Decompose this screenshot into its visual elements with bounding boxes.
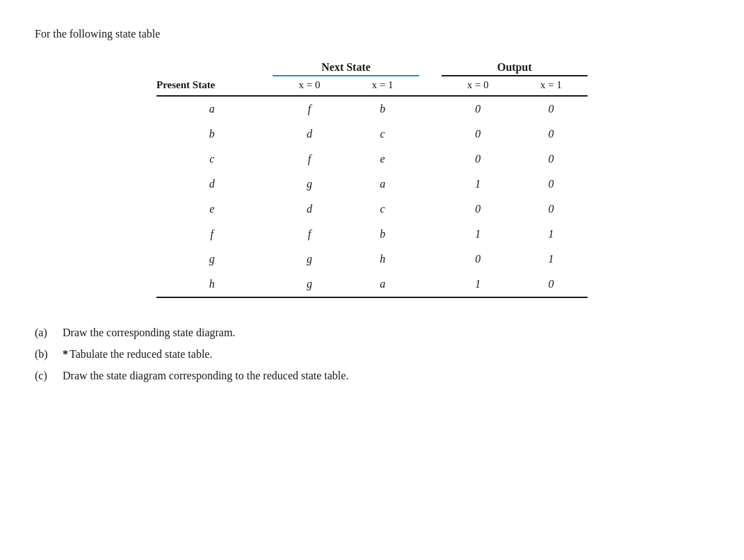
subheader-x0: x = 0: [273, 76, 346, 96]
ns1-e: c: [346, 197, 419, 222]
out0-f: 1: [442, 222, 515, 247]
output-header: Output: [442, 61, 588, 76]
table-row: b d c 0 0: [156, 122, 588, 147]
gap-d: [419, 172, 442, 197]
gap-g: [419, 247, 442, 272]
spacer-cell: [156, 61, 273, 76]
ns0-f: f: [273, 222, 346, 247]
ns0-g: g: [273, 247, 346, 272]
question-a-label: (a): [35, 323, 63, 343]
out0-g: 0: [442, 247, 515, 272]
ns1-b: c: [346, 122, 419, 147]
subheader-ox1: x = 1: [515, 76, 588, 96]
gap-c: [419, 147, 442, 172]
ns1-g: h: [346, 247, 419, 272]
table-row: f f b 1 1: [156, 222, 588, 247]
subheader-row: Present State x = 0 x = 1 x = 0 x = 1: [156, 76, 588, 96]
out1-c: 0: [515, 147, 588, 172]
gap-subheader: [419, 76, 442, 96]
gap-b: [419, 122, 442, 147]
out1-a: 0: [515, 96, 588, 122]
gap-cell: [419, 61, 442, 76]
table-row: e d c 0 0: [156, 197, 588, 222]
ns0-h: g: [273, 272, 346, 297]
ns0-c: f: [273, 147, 346, 172]
table-row: g g h 0 1: [156, 247, 588, 272]
question-c: (c) Draw the state diagram corresponding…: [35, 366, 709, 386]
question-b-label: (b): [35, 345, 63, 365]
next-state-header: Next State: [273, 61, 419, 76]
ns1-a: b: [346, 96, 419, 122]
out0-a: 0: [442, 96, 515, 122]
state-f: f: [156, 222, 273, 247]
ns0-a: f: [273, 96, 346, 122]
out0-c: 0: [442, 147, 515, 172]
present-state-label: Present State: [156, 76, 273, 96]
question-c-label: (c): [35, 366, 63, 386]
state-a: a: [156, 96, 273, 122]
state-e: e: [156, 197, 273, 222]
table-row: c f e 0 0: [156, 147, 588, 172]
ns0-e: d: [273, 197, 346, 222]
subheader-ox0: x = 0: [442, 76, 515, 96]
out0-h: 1: [442, 272, 515, 297]
question-c-text: Draw the state diagram corresponding to …: [63, 366, 348, 386]
out1-d: 0: [515, 172, 588, 197]
table-row: a f b 0 0: [156, 96, 588, 122]
state-g: g: [156, 247, 273, 272]
question-b-text: Tabulate the reduced state table.: [70, 345, 212, 365]
ns0-d: g: [273, 172, 346, 197]
table-container: Next State Output Present State x = 0 x …: [35, 61, 709, 298]
state-b: b: [156, 122, 273, 147]
table-row: h g a 1 0: [156, 272, 588, 297]
ns0-b: d: [273, 122, 346, 147]
group-header-row: Next State Output: [156, 61, 588, 76]
out0-d: 1: [442, 172, 515, 197]
gap-f: [419, 222, 442, 247]
gap-a: [419, 96, 442, 122]
out1-h: 0: [515, 272, 588, 297]
ns1-f: b: [346, 222, 419, 247]
question-a: (a) Draw the corresponding state diagram…: [35, 323, 709, 343]
out1-b: 0: [515, 122, 588, 147]
subheader-x1: x = 1: [346, 76, 419, 96]
ns1-c: e: [346, 147, 419, 172]
out1-e: 0: [515, 197, 588, 222]
questions-section: (a) Draw the corresponding state diagram…: [35, 323, 709, 386]
state-table: Next State Output Present State x = 0 x …: [156, 61, 588, 298]
state-d: d: [156, 172, 273, 197]
question-b: (b) * Tabulate the reduced state table.: [35, 345, 709, 365]
table-row: d g a 1 0: [156, 172, 588, 197]
gap-h: [419, 272, 442, 297]
out1-f: 1: [515, 222, 588, 247]
question-b-star: *: [63, 345, 68, 365]
state-h: h: [156, 272, 273, 297]
intro-text: For the following state table: [35, 28, 709, 40]
gap-e: [419, 197, 442, 222]
ns1-d: a: [346, 172, 419, 197]
out0-e: 0: [442, 197, 515, 222]
question-a-text: Draw the corresponding state diagram.: [63, 323, 235, 343]
out1-g: 1: [515, 247, 588, 272]
out0-b: 0: [442, 122, 515, 147]
state-c: c: [156, 147, 273, 172]
ns1-h: a: [346, 272, 419, 297]
